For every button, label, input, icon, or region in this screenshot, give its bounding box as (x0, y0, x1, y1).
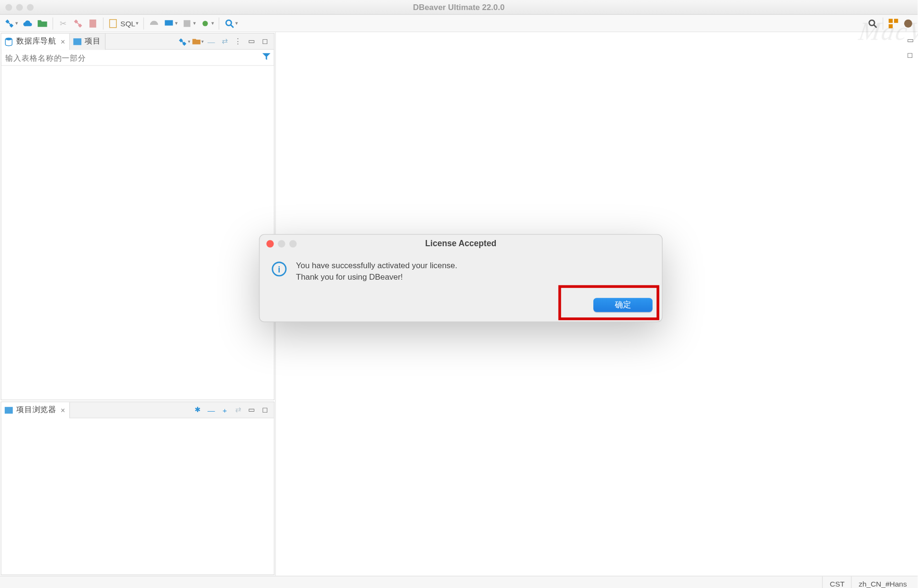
filter-input[interactable] (1, 54, 259, 62)
svg-rect-0 (89, 19, 96, 27)
minimize-icon[interactable]: ▭ (246, 404, 258, 416)
ok-button[interactable]: 确定 (593, 298, 653, 312)
statusbar: CST zh_CN_#Hans (0, 576, 918, 588)
editor-minimize-icon[interactable]: ▭ (904, 33, 916, 45)
collapse-icon[interactable]: — (205, 35, 217, 47)
separator (219, 17, 219, 29)
svg-rect-3 (184, 20, 190, 27)
db-navigator-toolbar: ▾ ▾ — ⇄ ⋮ ▭ ◻ (178, 35, 274, 47)
link-icon[interactable]: ⇄ (232, 404, 244, 416)
add-icon[interactable]: + (219, 404, 230, 416)
plug-button[interactable] (71, 16, 85, 30)
folder-icon (4, 405, 13, 415)
dialog-message: You have successfully activated your lic… (296, 261, 457, 283)
dialog-buttons: 确定 (260, 284, 662, 321)
dialog-line2: Thank you for using DBeaver! (296, 272, 457, 283)
license-accepted-dialog: License Accepted i You have successfully… (259, 234, 663, 322)
tab-db-navigator-label: 数据库导航 (16, 36, 56, 46)
filter-row (1, 50, 274, 66)
maximize-icon[interactable]: ◻ (259, 35, 271, 47)
folder-icon[interactable]: ▾ (192, 35, 204, 47)
dialog-line1: You have successfully activated your lic… (296, 261, 457, 272)
project-explorer-toolbar: ✱ — + ⇄ ▭ ◻ (192, 404, 274, 416)
new-connection-button[interactable]: ▾ (3, 16, 20, 30)
main-toolbar: ▾ ✂ SQL▾ ▾ ▾ ▾ ▾ (0, 15, 918, 33)
left-sidebar: 数据库导航 × 项目 ▾ ▾ — ⇄ ⋮ ▭ ◻ (0, 33, 276, 576)
search-button[interactable]: ▾ (223, 16, 240, 30)
editor-maximize-icon[interactable]: ◻ (904, 48, 916, 60)
close-icon[interactable]: × (61, 406, 65, 414)
perspective-button[interactable] (886, 16, 900, 30)
minimize-icon[interactable]: ▭ (246, 35, 258, 47)
svg-rect-7 (889, 19, 893, 22)
db-navigator-tabs: 数据库导航 × 项目 ▾ ▾ — ⇄ ⋮ ▭ ◻ (1, 33, 274, 50)
project-explorer-panel: 项目浏览器 × ✱ — + ⇄ ▭ ◻ (0, 402, 274, 575)
folder-refresh-button[interactable] (36, 16, 49, 30)
separator (53, 17, 53, 29)
tab-projects[interactable]: 项目 (70, 33, 106, 50)
presentation-button[interactable]: ▾ (162, 16, 179, 30)
cut-button[interactable]: ✂ (56, 16, 70, 30)
dialog-titlebar: License Accepted (260, 235, 662, 252)
sql-label: SQL (120, 19, 135, 27)
separator (883, 17, 883, 29)
close-icon[interactable]: × (61, 37, 65, 45)
sql-editor-button[interactable]: SQL▾ (107, 16, 140, 30)
status-locale: zh_CN_#Hans (851, 577, 918, 588)
project-explorer-tabs: 项目浏览器 × ✱ — + ⇄ ▭ ◻ (1, 402, 274, 418)
maximize-icon[interactable]: ◻ (259, 404, 271, 416)
db-navigator-tree[interactable] (1, 66, 274, 400)
svg-point-5 (226, 20, 231, 25)
dashboard-button[interactable] (147, 16, 161, 30)
svg-rect-8 (894, 19, 898, 22)
svg-rect-1 (109, 19, 116, 27)
tab-project-explorer[interactable]: 项目浏览器 × (1, 402, 70, 418)
svg-rect-2 (165, 20, 173, 25)
collapse-icon[interactable]: — (205, 404, 217, 416)
menu-icon[interactable]: ⋮ (232, 35, 244, 47)
window-title: DBeaver Ultimate 22.0.0 (0, 2, 918, 12)
folder-icon (73, 37, 82, 46)
link-icon[interactable]: ⇄ (219, 35, 230, 47)
filter-icon[interactable] (259, 52, 274, 64)
database-icon (4, 37, 13, 46)
separator (143, 17, 144, 29)
svg-rect-12 (73, 38, 81, 44)
svg-rect-13 (5, 407, 13, 414)
tab-project-explorer-label: 项目浏览器 (16, 405, 56, 415)
dbeaver-app-icon[interactable] (901, 16, 915, 30)
paste-button[interactable] (86, 16, 99, 30)
svg-point-6 (869, 20, 874, 25)
gear-icon[interactable]: ✱ (192, 404, 204, 416)
search-right-button[interactable] (866, 16, 879, 30)
bug-button[interactable]: ▾ (198, 16, 215, 30)
svg-point-4 (203, 21, 208, 26)
dialog-body: i You have successfully activated your l… (260, 252, 662, 284)
device-button[interactable]: ▾ (180, 16, 197, 30)
svg-point-10 (904, 19, 912, 27)
svg-point-11 (5, 37, 12, 40)
dialog-title: License Accepted (260, 239, 662, 248)
project-explorer-tree[interactable] (1, 418, 274, 574)
cloud-button[interactable] (21, 16, 34, 30)
main-titlebar: DBeaver Ultimate 22.0.0 (0, 0, 918, 15)
connect-icon[interactable]: ▾ (178, 35, 190, 47)
tab-db-navigator[interactable]: 数据库导航 × (1, 33, 70, 50)
separator (103, 17, 103, 29)
info-icon: i (272, 261, 286, 276)
status-timezone: CST (822, 577, 852, 588)
db-navigator-panel: 数据库导航 × 项目 ▾ ▾ — ⇄ ⋮ ▭ ◻ (0, 33, 274, 400)
tab-projects-label: 项目 (85, 36, 101, 46)
svg-rect-9 (889, 24, 893, 28)
